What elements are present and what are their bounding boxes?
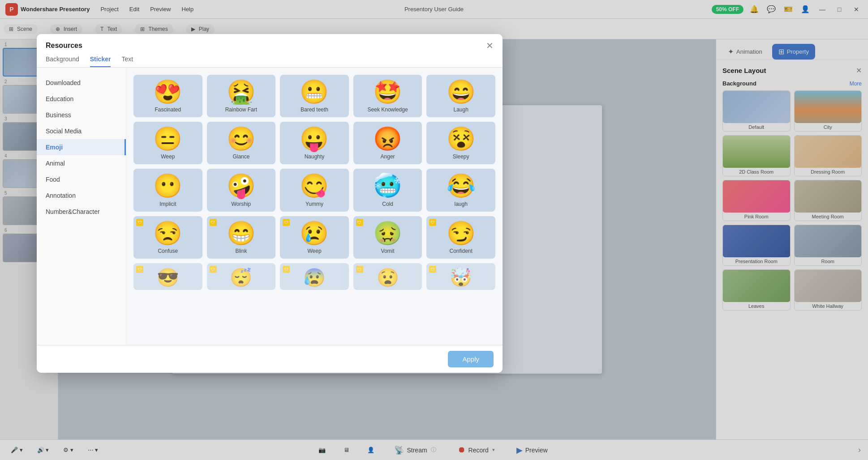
- emoji-sleepy[interactable]: 😵 Sleepy: [426, 122, 495, 164]
- emoji-partial3[interactable]: 🛡 😰: [280, 263, 349, 290]
- dialog-content: 😍 Fascinated 🤮 Rainbow Fart 😬 Bared teet…: [126, 68, 503, 345]
- emoji-label-cold: Cold: [382, 201, 393, 207]
- emoji-face-naughty: 😛: [300, 126, 329, 152]
- emoji-partial4[interactable]: 🛡 😧: [353, 263, 422, 290]
- dialog-tab-background[interactable]: Background: [46, 55, 79, 67]
- emoji-face-partial1: 😎: [157, 268, 179, 287]
- emoji-face-blink: 😁: [227, 221, 256, 246]
- dialog-overlay: Resources ✕ Background Sticker Text Down…: [0, 0, 868, 460]
- dialog-tab-text[interactable]: Text: [121, 55, 133, 67]
- emoji-face-weep: 😑: [153, 126, 182, 152]
- premium-badge-confident: 🛡: [429, 219, 436, 226]
- emoji-fascinated[interactable]: 😍 Fascinated: [133, 75, 202, 117]
- emoji-label-glance: Glance: [232, 153, 249, 160]
- premium-badge-p5: 🛡: [429, 266, 436, 273]
- emoji-face-seek-knowledge: 🤩: [373, 79, 402, 105]
- emoji-face-partial5: 🤯: [450, 268, 472, 287]
- emoji-weep2[interactable]: 🛡 😢 Weep: [280, 216, 349, 259]
- dialog-title: Resources: [46, 42, 82, 50]
- dialog-close-button[interactable]: ✕: [486, 41, 494, 50]
- emoji-confuse[interactable]: 🛡 😒 Confuse: [133, 216, 202, 259]
- emoji-partial2[interactable]: 🛡 😴: [207, 263, 276, 290]
- emoji-label-weep: Weep: [161, 153, 175, 160]
- sidebar-cat-emoji[interactable]: Emoji: [37, 139, 126, 155]
- apply-button[interactable]: Apply: [448, 351, 494, 367]
- emoji-seek-knowledge[interactable]: 🤩 Seek Knowledge: [353, 75, 422, 117]
- emoji-face-confuse: 😒: [153, 221, 182, 246]
- emoji-laugh2[interactable]: 😂 laugh: [426, 169, 495, 211]
- emoji-cold[interactable]: 🥶 Cold: [353, 169, 422, 211]
- emoji-face-partial2: 😴: [230, 268, 252, 287]
- emoji-face-partial3: 😰: [303, 268, 326, 287]
- dialog-header: Resources ✕: [37, 34, 503, 50]
- dialog-sidebar: Downloaded Education Business Social Med…: [37, 68, 126, 345]
- emoji-face-yummy: 😋: [300, 173, 329, 199]
- emoji-face-fascinated: 😍: [153, 79, 182, 105]
- emoji-face-vomit: 🤢: [373, 221, 402, 246]
- emoji-face-weep2: 😢: [300, 221, 329, 246]
- premium-badge-p1: 🛡: [136, 266, 143, 273]
- emoji-glance[interactable]: 😊 Glance: [207, 122, 276, 164]
- emoji-confident[interactable]: 🛡 😏 Confident: [426, 216, 495, 259]
- emoji-label-confident: Confident: [450, 248, 473, 254]
- emoji-face-sleepy: 😵: [447, 126, 476, 152]
- emoji-label-seek-knowledge: Seek Knowledge: [368, 106, 408, 113]
- dialog-tabs: Background Sticker Text: [37, 50, 503, 68]
- emoji-worship[interactable]: 🤪 Worship: [207, 169, 276, 211]
- emoji-yummy[interactable]: 😋 Yummy: [280, 169, 349, 211]
- emoji-bared-teeth[interactable]: 😬 Bared teeth: [280, 75, 349, 117]
- sidebar-cat-downloaded[interactable]: Downloaded: [37, 75, 126, 91]
- dialog-tab-sticker[interactable]: Sticker: [90, 55, 111, 67]
- emoji-face-anger: 😡: [373, 126, 402, 152]
- emoji-label-anger: Anger: [381, 153, 395, 160]
- resources-dialog: Resources ✕ Background Sticker Text Down…: [37, 34, 503, 373]
- emoji-label-vomit: Vomit: [381, 248, 395, 254]
- sidebar-cat-number-char[interactable]: Number&Character: [37, 204, 126, 220]
- sidebar-cat-animal[interactable]: Animal: [37, 155, 126, 171]
- emoji-face-implicit: 😶: [153, 173, 182, 199]
- premium-badge-confuse: 🛡: [136, 219, 143, 226]
- emoji-label-implicit: Implicit: [159, 201, 176, 207]
- emoji-weep[interactable]: 😑 Weep: [133, 122, 202, 164]
- emoji-label-bared-teeth: Bared teeth: [301, 106, 328, 113]
- sidebar-cat-education[interactable]: Education: [37, 91, 126, 107]
- emoji-partial1[interactable]: 🛡 😎: [133, 263, 202, 290]
- emoji-anger[interactable]: 😡 Anger: [353, 122, 422, 164]
- emoji-label-fascinated: Fascinated: [155, 106, 181, 113]
- emoji-label-yummy: Yummy: [305, 201, 323, 207]
- emoji-face-bared-teeth: 😬: [300, 79, 329, 105]
- emoji-label-naughty: Naughty: [305, 153, 325, 160]
- sidebar-cat-social-media[interactable]: Social Media: [37, 123, 126, 139]
- emoji-naughty[interactable]: 😛 Naughty: [280, 122, 349, 164]
- emoji-label-sleepy: Sleepy: [453, 153, 469, 160]
- sidebar-cat-food[interactable]: Food: [37, 171, 126, 187]
- emoji-partial5[interactable]: 🛡 🤯: [426, 263, 495, 290]
- emoji-label-rainbow-fart: Rainbow Fart: [225, 106, 257, 113]
- emoji-face-cold: 🥶: [373, 173, 402, 199]
- premium-badge-vomit: 🛡: [356, 219, 363, 226]
- premium-badge-blink: 🛡: [210, 219, 217, 226]
- emoji-face-worship: 🤪: [227, 173, 256, 199]
- premium-badge-p3: 🛡: [283, 266, 290, 273]
- emoji-rainbow-fart[interactable]: 🤮 Rainbow Fart: [207, 75, 276, 117]
- premium-badge-weep2: 🛡: [283, 219, 290, 226]
- emoji-face-confident: 😏: [447, 221, 476, 246]
- emoji-label-confuse: Confuse: [158, 248, 178, 254]
- premium-badge-p4: 🛡: [356, 266, 363, 273]
- dialog-footer: Apply: [37, 345, 503, 373]
- emoji-label-laugh2: laugh: [455, 201, 468, 207]
- sidebar-cat-business[interactable]: Business: [37, 107, 126, 123]
- sidebar-cat-annotation[interactable]: Annotation: [37, 187, 126, 204]
- premium-badge-p2: 🛡: [210, 266, 217, 273]
- emoji-face-laugh: 😄: [447, 79, 476, 105]
- emoji-implicit[interactable]: 😶 Implicit: [133, 169, 202, 211]
- emoji-vomit[interactable]: 🛡 🤢 Vomit: [353, 216, 422, 259]
- emoji-label-worship: Worship: [231, 201, 251, 207]
- emoji-grid: 😍 Fascinated 🤮 Rainbow Fart 😬 Bared teet…: [133, 75, 495, 290]
- emoji-face-rainbow-fart: 🤮: [227, 79, 256, 105]
- emoji-laugh[interactable]: 😄 Laugh: [426, 75, 495, 117]
- emoji-blink[interactable]: 🛡 😁 Blink: [207, 216, 276, 259]
- dialog-body: Downloaded Education Business Social Med…: [37, 68, 503, 345]
- emoji-label-weep2: Weep: [307, 248, 321, 254]
- emoji-face-partial4: 😧: [377, 268, 399, 287]
